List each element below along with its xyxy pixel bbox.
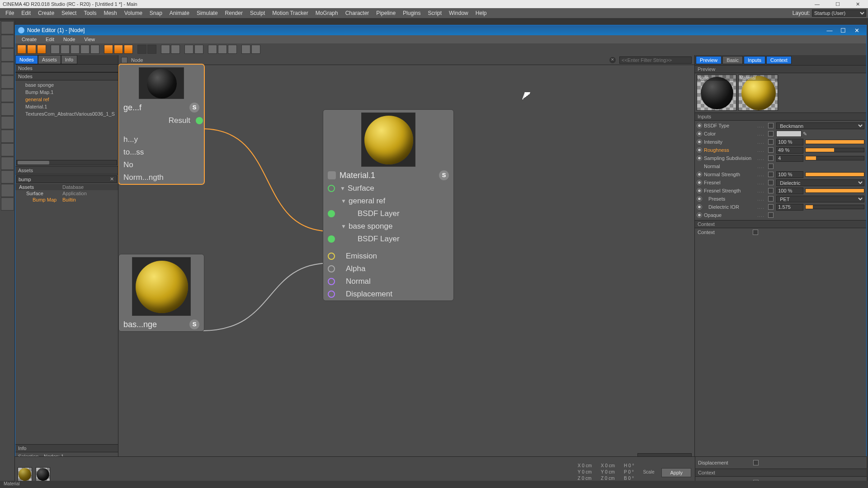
param-slider[interactable] [805,156,864,160]
maximize-icon[interactable]: ☐ [827,0,848,8]
toolbar-button[interactable] [90,45,99,54]
nmenu-view[interactable]: View [80,37,99,42]
menu-select[interactable]: Select [58,10,80,16]
chevron-down-icon[interactable]: ▼ [340,223,347,230]
toolbar-button[interactable] [241,45,250,54]
tool-icon[interactable] [1,89,14,102]
tree-scrollbar[interactable] [16,160,117,165]
nmenu-create[interactable]: Create [17,37,41,42]
maximize-icon[interactable]: ☐ [836,27,850,34]
node-editor-titlebar[interactable]: Node Editor (1) - [Node] — ☐ ✕ [15,25,866,35]
tree-item[interactable]: Bump Map.1 [15,89,118,96]
menu-file[interactable]: File [2,10,18,16]
graph-node-base-sponge[interactable]: bas...ngeS [118,254,204,332]
param-value[interactable]: 100 % [776,188,803,194]
tool-icon[interactable] [1,21,14,34]
toolbar-button[interactable] [61,45,70,54]
color-swatch[interactable] [776,131,802,137]
nmenu-edit[interactable]: Edit [41,37,59,42]
param-value[interactable]: 100 % [776,171,803,178]
param-radio[interactable] [697,204,702,210]
menu-mograph[interactable]: MoGraph [312,10,342,16]
param-value[interactable]: 4 [776,155,803,162]
graph-node-material[interactable]: Material.1S ▼Surface ▼general ref BSDF L… [323,109,454,301]
tool-icon[interactable] [1,35,14,48]
solo-badge-icon[interactable]: S [439,170,449,180]
solo-badge-icon[interactable]: S [189,319,199,329]
param-anim-checkbox[interactable] [768,188,774,193]
param-radio[interactable] [697,131,702,136]
param-slider[interactable] [805,205,864,209]
apply-button[interactable]: Apply [661,468,691,477]
assets-search[interactable]: ✕ [16,175,117,183]
input-port[interactable] [328,253,335,260]
toolbar-button[interactable] [251,45,260,54]
minimize-icon[interactable]: — [807,0,827,8]
displacement-checkbox[interactable] [753,460,759,465]
param-radio[interactable] [697,147,702,153]
step-icon[interactable] [147,45,156,54]
menu-create[interactable]: Create [34,10,58,16]
toolbar-button[interactable] [104,45,113,54]
param-anim-checkbox[interactable] [768,123,774,128]
asset-row[interactable]: Surface Application [15,190,118,197]
tab-info[interactable]: Info [61,55,77,64]
tool-icon[interactable] [1,116,14,129]
graph-node-general-ref[interactable]: ge...fS Result h...y to...ss No Norm...n… [118,64,204,184]
param-select[interactable]: Beckmann [776,122,864,129]
param-radio[interactable] [697,139,702,145]
output-port[interactable] [196,117,203,124]
nmenu-node[interactable]: Node [59,37,80,42]
toolbar-button[interactable] [171,45,180,54]
toolbar-button[interactable] [184,45,193,54]
param-slider[interactable] [805,172,864,177]
menu-motiontracker[interactable]: Motion Tracker [269,10,311,16]
input-port[interactable] [328,210,335,217]
eyedropper-icon[interactable]: ✎ [802,131,808,137]
menu-animate[interactable]: Animate [166,10,193,16]
param-anim-checkbox[interactable] [768,131,774,136]
tool-icon[interactable] [1,157,14,170]
tree-item[interactable]: base sponge [15,81,118,89]
toolbar-button[interactable] [161,45,170,54]
menu-sculpt[interactable]: Sculpt [246,10,269,16]
param-radio[interactable] [697,212,702,218]
input-port[interactable] [328,185,335,192]
breadcrumb[interactable]: Node [131,57,143,63]
home-icon[interactable] [121,57,127,63]
minimize-icon[interactable]: — [823,27,836,34]
tool-icon[interactable] [1,197,14,211]
chevron-down-icon[interactable]: ▼ [340,198,347,204]
menu-edit[interactable]: Edit [18,10,34,16]
tool-icon[interactable] [1,143,14,156]
param-radio[interactable] [697,123,702,128]
layout-select[interactable]: Startup (User) [812,9,866,17]
param-anim-checkbox[interactable] [768,212,774,218]
param-value[interactable]: 49 % [776,147,803,154]
input-port[interactable] [328,235,335,243]
chevron-down-icon[interactable]: ▼ [340,185,346,192]
toolbar-button[interactable] [80,45,90,54]
toolbar-button[interactable] [51,45,60,54]
tab-inputs[interactable]: Inputs [744,56,765,64]
menu-tools[interactable]: Tools [80,10,100,16]
clear-icon[interactable]: ✕ [109,176,115,182]
tab-nodes[interactable]: Nodes [15,55,38,64]
close-icon[interactable]: ✕ [850,27,863,34]
menu-volume[interactable]: Volume [121,10,146,16]
play-icon[interactable] [137,45,146,54]
param-radio[interactable] [697,188,702,193]
param-anim-checkbox[interactable] [768,204,774,210]
param-value[interactable]: 100 % [776,139,803,145]
tool-icon[interactable] [1,75,14,89]
toolbar-button[interactable] [218,45,227,54]
tree-item[interactable]: Material.1 [15,103,118,110]
menu-script[interactable]: Script [424,10,445,16]
tool-icon[interactable] [1,103,14,116]
tool-icon[interactable] [1,48,14,61]
toolbar-button[interactable] [17,45,26,54]
param-anim-checkbox[interactable] [768,139,774,145]
context-checkbox[interactable] [753,230,758,235]
menu-plugins[interactable]: Plugins [399,10,424,16]
menu-mesh[interactable]: Mesh [100,10,120,16]
